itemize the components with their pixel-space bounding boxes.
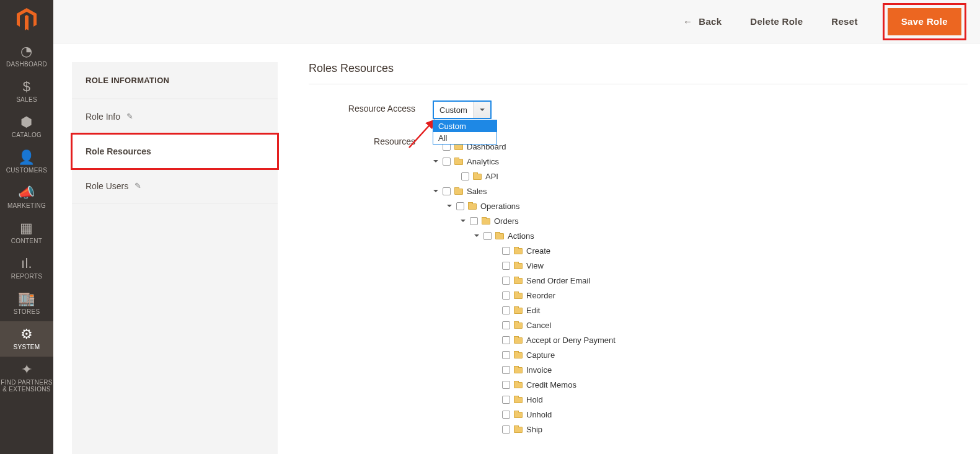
folder-icon — [514, 381, 523, 388]
nav-marketing[interactable]: 📣MARKETING — [0, 180, 53, 215]
tree-node-label[interactable]: Operations — [480, 202, 520, 211]
save-role-button[interactable]: Save Role — [888, 8, 961, 35]
nav-sales[interactable]: $SALES — [0, 74, 53, 109]
tree-node-label[interactable]: Edit — [526, 306, 540, 315]
save-role-label: Save Role — [901, 16, 948, 27]
expand-toggle-icon[interactable] — [446, 203, 452, 209]
tree-checkbox[interactable] — [443, 187, 451, 195]
nav-find-partners-extensions[interactable]: ✦FIND PARTNERS & EXTENSIONS — [0, 357, 53, 399]
nav-system[interactable]: ⚙SYSTEM — [0, 321, 53, 357]
tree-checkbox[interactable] — [502, 411, 510, 419]
nav-label: SALES — [16, 96, 37, 103]
option-all[interactable]: All — [433, 132, 497, 144]
tree-node-label[interactable]: Orders — [494, 216, 519, 226]
delete-role-button[interactable]: Delete Role — [746, 16, 806, 27]
tree-node: Actions — [474, 228, 968, 243]
expand-toggle-icon[interactable] — [474, 233, 480, 239]
tree-node: View — [502, 258, 968, 273]
nav-customers[interactable]: 👤CUSTOMERS — [0, 145, 53, 180]
folder-icon — [514, 351, 523, 358]
tree-node-label[interactable]: API — [485, 172, 498, 181]
panel-item-role-info[interactable]: Role Info✎ — [72, 99, 278, 134]
folder-icon — [514, 396, 523, 403]
tree-checkbox[interactable] — [502, 366, 510, 374]
tree-node: Cancel — [502, 318, 968, 332]
folder-icon — [514, 262, 523, 269]
nav-icon: ✦ — [0, 363, 53, 376]
magento-logo[interactable] — [0, 0, 53, 38]
option-custom[interactable]: Custom — [433, 120, 497, 132]
tree-checkbox[interactable] — [502, 277, 510, 285]
tree-node-label[interactable]: Hold — [526, 395, 543, 404]
nav-label: CONTENT — [11, 238, 42, 244]
tree-node-label[interactable]: Reorder — [526, 291, 555, 300]
tree-node-label[interactable]: Accept or Deny Payment — [526, 336, 616, 345]
nav-dashboard[interactable]: ◔DASHBOARD — [0, 38, 53, 74]
nav-icon: ıl. — [0, 257, 53, 270]
tree-node-label[interactable]: Credit Memos — [526, 380, 576, 389]
tree-node-label[interactable]: Capture — [526, 350, 555, 360]
nav-label: STORES — [14, 308, 40, 315]
tree-checkbox[interactable] — [502, 351, 510, 359]
nav-content[interactable]: ▦CONTENT — [0, 215, 53, 251]
tree-checkbox[interactable] — [502, 425, 510, 434]
magento-icon — [17, 8, 37, 30]
tree-node-label[interactable]: Create — [526, 246, 550, 256]
back-button[interactable]: ← Back — [679, 16, 725, 27]
nav-label: CUSTOMERS — [6, 167, 47, 174]
tree-checkbox[interactable] — [502, 306, 510, 314]
tree-node-label[interactable]: Actions — [508, 231, 534, 241]
tree-node: Sales — [433, 184, 968, 198]
nav-icon: ▦ — [0, 221, 53, 235]
tree-checkbox[interactable] — [502, 321, 510, 329]
panel-item-role-users[interactable]: Role Users✎ — [72, 169, 278, 203]
folder-icon — [514, 425, 523, 433]
tree-checkbox[interactable] — [483, 232, 492, 240]
tree-checkbox[interactable] — [502, 396, 510, 404]
tree-checkbox[interactable] — [502, 262, 510, 270]
folder-icon — [454, 187, 463, 195]
tree-checkbox[interactable] — [461, 172, 469, 180]
nav-catalog[interactable]: ⬢CATALOG — [0, 109, 53, 145]
tree-node-label[interactable]: Sales — [467, 187, 487, 196]
tree-checkbox[interactable] — [502, 292, 510, 300]
tree-checkbox[interactable] — [502, 247, 510, 255]
tree-node: Analytics — [433, 154, 968, 169]
tree-node-label[interactable]: View — [526, 261, 544, 270]
expand-toggle-icon[interactable] — [433, 158, 439, 164]
tree-node-label[interactable]: Analytics — [467, 157, 499, 166]
expand-toggle-icon[interactable] — [433, 188, 439, 194]
role-information-panel: ROLE INFORMATION Role Info✎Role Resource… — [72, 62, 278, 454]
tree-checkbox[interactable] — [470, 217, 478, 225]
pencil-icon: ✎ — [126, 112, 133, 121]
expand-toggle-icon[interactable] — [460, 218, 466, 224]
tree-node: Orders — [460, 213, 968, 228]
nav-label: DASHBOARD — [6, 61, 47, 68]
nav-reports[interactable]: ıl.REPORTS — [0, 251, 53, 286]
tree-checkbox[interactable] — [502, 336, 510, 344]
panel-item-role-resources[interactable]: Role Resources — [72, 134, 278, 169]
tree-checkbox[interactable] — [502, 381, 510, 389]
tree-node: Ship — [502, 422, 968, 437]
resource-access-select[interactable]: Custom — [433, 100, 492, 119]
reset-button[interactable]: Reset — [828, 16, 861, 27]
nav-icon: 👤 — [0, 151, 53, 164]
nav-stores[interactable]: 🏬STORES — [0, 286, 53, 321]
tree-node-label[interactable]: Cancel — [526, 321, 551, 330]
tree-node-label[interactable]: Invoice — [526, 365, 552, 375]
tree-node-label[interactable]: Unhold — [526, 410, 552, 419]
tree-node: Invoice — [502, 362, 968, 377]
panel-item-label: Role Users — [86, 181, 128, 191]
admin-sidebar: ◔DASHBOARD$SALES⬢CATALOG👤CUSTOMERS📣MARKE… — [0, 0, 53, 454]
tree-checkbox[interactable] — [456, 202, 464, 210]
tree-node-label[interactable]: Ship — [526, 425, 542, 434]
resource-access-value: Custom — [433, 105, 474, 115]
tree-checkbox[interactable] — [443, 158, 451, 166]
back-label: Back — [699, 16, 722, 27]
tree-node: Create — [502, 243, 968, 258]
tree-node: Operations — [446, 198, 968, 213]
tree-node: Capture — [502, 347, 968, 362]
folder-icon — [482, 217, 490, 225]
save-highlight: Save Role — [883, 3, 966, 40]
tree-node-label[interactable]: Send Order Email — [526, 276, 590, 285]
